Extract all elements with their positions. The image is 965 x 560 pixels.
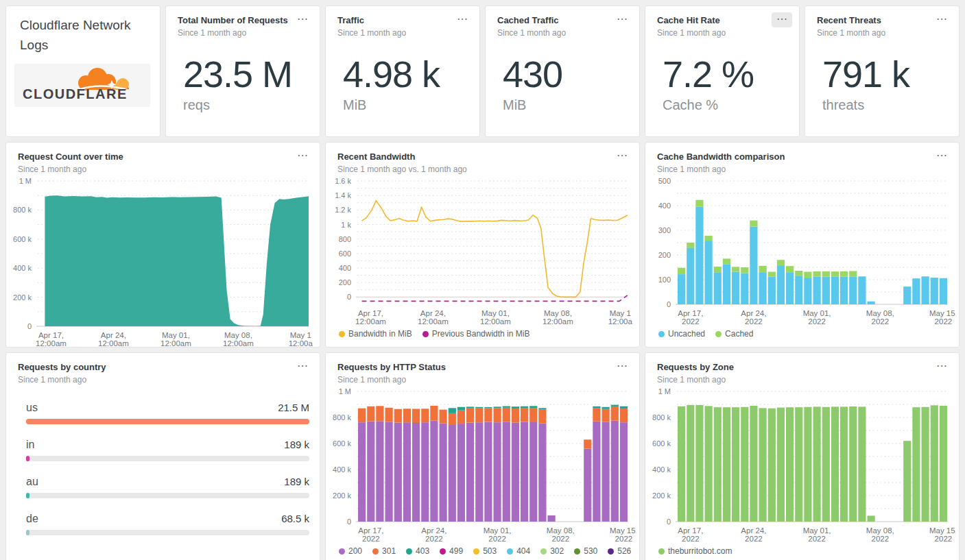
bar-segment[interactable] <box>849 406 857 522</box>
legend-item[interactable]: 302 <box>540 546 564 556</box>
bar-segment[interactable] <box>484 422 492 522</box>
bar-segment[interactable] <box>795 407 802 522</box>
bar-segment[interactable] <box>358 409 366 423</box>
panel-menu-icon[interactable]: ⋯ <box>612 149 632 164</box>
bar-segment[interactable] <box>786 272 794 304</box>
bar-segment[interactable] <box>529 406 537 408</box>
panel-title[interactable]: Requests by Zone <box>657 362 938 372</box>
bar-segment[interactable] <box>705 241 713 304</box>
panel-title[interactable]: Requests by HTTP Status <box>337 362 619 372</box>
bar-segment[interactable] <box>394 423 402 522</box>
bar-segment[interactable] <box>678 406 685 522</box>
bar-segment[interactable] <box>804 278 811 304</box>
bar-segment[interactable] <box>777 408 785 522</box>
legend-item[interactable]: Bandwidth in MiB <box>339 329 412 339</box>
bar-segment[interactable] <box>695 200 703 207</box>
bar-segment[interactable] <box>358 422 366 522</box>
panel-menu-icon[interactable]: ⋯ <box>612 12 632 27</box>
panel-menu-icon[interactable]: ⋯ <box>292 12 313 27</box>
bar-segment[interactable] <box>912 407 920 522</box>
panel-menu-icon[interactable]: ⋯ <box>612 359 632 374</box>
bar-segment[interactable] <box>466 409 474 423</box>
bar-segment[interactable] <box>759 266 767 272</box>
bar-segment[interactable] <box>538 410 546 424</box>
bar-segment[interactable] <box>529 408 537 422</box>
bar-segment[interactable] <box>768 272 776 277</box>
panel-menu-icon[interactable]: ⋯ <box>931 12 952 27</box>
bar-segment[interactable] <box>494 408 501 422</box>
bar-segment[interactable] <box>858 276 866 304</box>
bar-segment[interactable] <box>750 221 757 227</box>
bar-segment[interactable] <box>512 409 519 423</box>
bar-segment[interactable] <box>687 243 694 248</box>
bar-segment[interactable] <box>611 406 619 421</box>
bar-segment[interactable] <box>529 422 537 522</box>
bar-segment[interactable] <box>714 273 722 304</box>
bar-segment[interactable] <box>593 409 600 422</box>
bar-segment[interactable] <box>759 408 767 522</box>
request-count-chart[interactable]: 1 M800 k600 k400 k200 k0Apr 17,12:00amAp… <box>6 174 317 347</box>
bar-segment[interactable] <box>831 406 839 522</box>
panel-title[interactable]: Requests by country <box>18 362 299 372</box>
bar-segment[interactable] <box>695 405 703 522</box>
bar-segment[interactable] <box>611 405 619 406</box>
bar-segment[interactable] <box>795 271 802 276</box>
bar-segment[interactable] <box>931 278 938 304</box>
bar-segment[interactable] <box>687 248 694 304</box>
bar-segment[interactable] <box>521 406 528 409</box>
bar-segment[interactable] <box>732 407 739 522</box>
bar-segment[interactable] <box>484 407 492 409</box>
bar-segment[interactable] <box>593 422 600 522</box>
bar-segment[interactable] <box>678 268 685 274</box>
legend-item[interactable]: 503 <box>473 546 497 556</box>
bar-segment[interactable] <box>457 407 465 411</box>
bar-segment[interactable] <box>750 227 757 304</box>
bar-segment[interactable] <box>466 423 474 522</box>
bar-segment[interactable] <box>593 406 600 409</box>
panel-title[interactable]: Request Count over time <box>18 151 299 162</box>
bar-segment[interactable] <box>584 449 591 522</box>
bar-segment[interactable] <box>584 439 591 448</box>
bar-segment[interactable] <box>840 271 848 277</box>
bar-segment[interactable] <box>922 276 929 304</box>
bar-segment[interactable] <box>430 421 438 522</box>
bar-segment[interactable] <box>602 422 610 522</box>
bar-segment[interactable] <box>503 408 510 422</box>
bar-segment[interactable] <box>475 409 483 423</box>
panel-menu-icon[interactable]: ⋯ <box>931 149 952 164</box>
bar-segment[interactable] <box>777 260 785 265</box>
bar-segment[interactable] <box>602 409 610 422</box>
legend-item[interactable]: Uncached <box>658 329 705 339</box>
zone-chart[interactable]: 1 M800 k600 k400 k200 k0Apr 17,2022Apr 2… <box>645 385 956 542</box>
legend-item[interactable]: 526 <box>608 546 631 556</box>
panel-title[interactable]: Traffic <box>337 15 459 25</box>
bar-segment[interactable] <box>732 267 739 271</box>
legend-item[interactable]: theburritobot.com <box>658 546 732 556</box>
bar-segment[interactable] <box>412 423 420 522</box>
bar-segment[interactable] <box>367 422 374 522</box>
bar-segment[interactable] <box>741 273 748 304</box>
bar-segment[interactable] <box>449 413 456 425</box>
bar-segment[interactable] <box>750 406 757 522</box>
bar-segment[interactable] <box>777 265 785 304</box>
bar-segment[interactable] <box>813 406 821 522</box>
bar-segment[interactable] <box>466 406 474 408</box>
bar-segment[interactable] <box>475 422 483 522</box>
bar-segment[interactable] <box>741 267 748 273</box>
bar-segment[interactable] <box>786 407 794 522</box>
bar-segment[interactable] <box>602 407 610 409</box>
bar-segment[interactable] <box>723 258 730 264</box>
bar-segment[interactable] <box>512 423 519 522</box>
bar-segment[interactable] <box>868 515 875 522</box>
http-status-chart[interactable]: 1 M800 k600 k400 k200 k0Apr 17,2022Apr 2… <box>326 385 636 542</box>
panel-menu-icon[interactable]: ⋯ <box>772 12 792 27</box>
bar-segment[interactable] <box>759 272 767 304</box>
bar-segment[interactable] <box>705 406 713 522</box>
panel-menu-icon[interactable]: ⋯ <box>292 359 313 374</box>
bar-segment[interactable] <box>741 407 748 522</box>
bar-segment[interactable] <box>705 236 713 241</box>
bar-segment[interactable] <box>831 271 839 276</box>
bar-segment[interactable] <box>475 407 483 409</box>
legend-item[interactable]: 301 <box>372 546 396 556</box>
bar-segment[interactable] <box>440 424 447 522</box>
